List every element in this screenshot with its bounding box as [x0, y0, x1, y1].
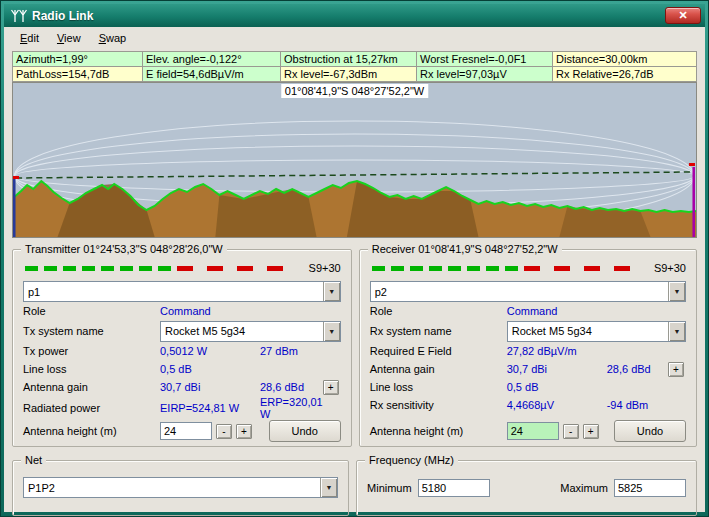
info-rx-level-uv: Rx level=97,03µV — [417, 67, 553, 82]
tx-radiated-power-label: Radiated power — [23, 402, 160, 414]
menu-edit[interactable]: Edit — [12, 30, 47, 46]
rx-undo-button[interactable]: Undo — [614, 420, 686, 442]
tx-power-label: Tx power — [23, 345, 160, 357]
radio-link-icon — [10, 8, 28, 23]
tx-role-value[interactable]: Command — [160, 305, 260, 317]
tx-system-combobox[interactable]: Rocket M5 5g34 ▼ — [160, 321, 341, 342]
net-group-title: Net — [21, 454, 46, 466]
menu-swap[interactable]: Swap — [91, 30, 135, 46]
tx-height-decrement-button[interactable]: - — [216, 424, 232, 439]
rx-smeter-label: S9+30 — [654, 262, 686, 274]
rx-sensitivity-dbm: -94 dBm — [607, 399, 668, 411]
tx-smeter-label: S9+30 — [309, 262, 341, 274]
rx-height-decrement-button[interactable]: - — [563, 424, 579, 439]
rx-system-combobox[interactable]: Rocket M5 5g34 ▼ — [507, 321, 686, 342]
menu-bar: Edit View Swap — [4, 27, 705, 49]
rx-system-row: Rx system name Rocket M5 5g34 ▼ — [370, 320, 686, 342]
menu-view[interactable]: View — [49, 30, 89, 46]
transmitter-group-title: Transmitter 01°24'53,3"S 048°28'26,0"W — [21, 243, 227, 255]
tx-antenna-height-input[interactable] — [160, 422, 212, 440]
frequency-maximum-input[interactable] — [614, 479, 686, 497]
tx-unit-value: p1 — [24, 286, 323, 298]
tx-eirp-value: EIRP=524,81 W — [160, 402, 260, 414]
tx-power-watts: 0,5012 W — [160, 345, 260, 357]
tx-antenna-height-row: Antenna height (m) - + Undo — [23, 419, 341, 443]
tx-undo-button[interactable]: Undo — [269, 420, 341, 442]
tx-system-value: Rocket M5 5g34 — [161, 325, 323, 337]
rx-signal-meter — [372, 266, 640, 272]
rx-antenna-gain-label: Antenna gain — [370, 363, 507, 375]
rx-signal-meter-row: S9+30 — [370, 262, 686, 276]
tx-antenna-gain-row: Antenna gain 30,7 dBi 28,6 dBd + — [23, 378, 341, 396]
rx-system-label: Rx system name — [370, 325, 507, 337]
close-icon: ✕ — [678, 9, 687, 22]
chevron-down-icon[interactable]: ▼ — [668, 282, 685, 301]
tx-power-dbm: 27 dBm — [260, 345, 323, 357]
obstruction-coordinates-label: 01°08'41,9"S 048°27'52,2"W — [281, 84, 428, 98]
rx-role-value[interactable]: Command — [507, 305, 607, 317]
receiver-group-title: Receiver 01°08'41,9"S 048°27'52,2"W — [368, 243, 562, 255]
rx-unit-combobox[interactable]: p2 ▼ — [370, 281, 686, 302]
info-efield: E field=54,6dBµV/m — [143, 67, 281, 82]
frequency-minimum-label: Minimum — [367, 482, 412, 494]
tx-system-label: Tx system name — [23, 325, 160, 337]
rx-line-loss-value: 0,5 dB — [507, 381, 607, 393]
rx-required-efield-row: Required E Field 27,82 dBµV/m — [370, 342, 686, 360]
info-obstruction: Obstruction at 15,27km — [281, 52, 417, 67]
rx-antenna-detail-button[interactable]: + — [668, 362, 684, 377]
tx-line-loss-value: 0,5 dB — [160, 363, 260, 375]
tx-unit-combobox[interactable]: p1 ▼ — [23, 281, 341, 302]
tx-meter-red-segment — [177, 266, 293, 271]
tx-line-loss-row: Line loss 0,5 dB — [23, 360, 341, 378]
tx-antenna-gain-dbd: 28,6 dBd — [260, 381, 323, 393]
net-combobox[interactable]: P1P2 ▼ — [23, 477, 338, 498]
chevron-down-icon[interactable]: ▼ — [323, 282, 340, 301]
info-elev-angle: Elev. angle=-0,122° — [143, 52, 281, 67]
tx-antenna-detail-button[interactable]: + — [323, 380, 339, 395]
tx-line-loss-label: Line loss — [23, 363, 160, 375]
frequency-maximum-label: Maximum — [560, 482, 608, 494]
tx-meter-green-segment — [25, 266, 175, 271]
rx-meter-green-segment — [372, 266, 522, 271]
terrain-profile-graphic — [13, 83, 696, 237]
close-button[interactable]: ✕ — [665, 7, 701, 24]
tx-role-row: Role Command — [23, 302, 341, 320]
rx-sensitivity-row: Rx sensitivity 4,4668µV -94 dBm — [370, 396, 686, 414]
tx-radiated-power-row: Radiated power EIRP=524,81 W ERP=320,01 … — [23, 396, 341, 414]
receiver-group: Receiver 01°08'41,9"S 048°27'52,2"W S9+3… — [359, 249, 697, 447]
terrain-profile-chart: 01°08'41,9"S 048°27'52,2"W — [12, 82, 697, 238]
net-group: Net P1P2 ▼ — [12, 460, 349, 516]
radio-link-window: Radio Link ✕ Edit View Swap Azimuth=1,99… — [0, 0, 709, 517]
rx-required-efield-label: Required E Field — [370, 345, 507, 357]
rx-antenna-gain-dbi: 30,7 dBi — [507, 363, 607, 375]
rx-role-row: Role Command — [370, 302, 686, 320]
rx-role-label: Role — [370, 305, 507, 317]
tx-power-row: Tx power 0,5012 W 27 dBm — [23, 342, 341, 360]
rx-unit-value: p2 — [371, 286, 668, 298]
tx-system-row: Tx system name Rocket M5 5g34 ▼ — [23, 320, 341, 342]
rx-height-increment-button[interactable]: + — [583, 424, 599, 439]
title-bar[interactable]: Radio Link ✕ — [4, 4, 705, 27]
frequency-group: Frequency (MHz) Minimum Maximum — [356, 460, 697, 516]
tx-signal-meter — [25, 266, 293, 272]
info-rx-relative: Rx Relative=26,7dB — [553, 67, 696, 82]
link-info-grid: Azimuth=1,99° Elev. angle=-0,122° Obstru… — [12, 51, 697, 82]
tx-antenna-gain-dbi: 30,7 dBi — [160, 381, 260, 393]
transmitter-group: Transmitter 01°24'53,3"S 048°28'26,0"W S… — [12, 249, 352, 447]
chevron-down-icon[interactable]: ▼ — [320, 478, 337, 497]
rx-sensitivity-uv: 4,4668µV — [507, 399, 607, 411]
tx-role-label: Role — [23, 305, 160, 317]
tx-height-increment-button[interactable]: + — [236, 424, 252, 439]
info-distance: Distance=30,00km — [553, 52, 696, 67]
chevron-down-icon[interactable]: ▼ — [323, 322, 340, 341]
frequency-minimum-input[interactable] — [418, 479, 490, 497]
rx-antenna-height-row: Antenna height (m) - + Undo — [370, 419, 686, 443]
rx-antenna-height-label: Antenna height (m) — [370, 425, 503, 437]
frequency-group-title: Frequency (MHz) — [365, 454, 458, 466]
rx-antenna-gain-dbd: 28,6 dBd — [607, 363, 668, 375]
rx-antenna-height-input[interactable] — [507, 422, 559, 440]
rx-system-value: Rocket M5 5g34 — [508, 325, 668, 337]
chevron-down-icon[interactable]: ▼ — [668, 322, 685, 341]
rx-required-efield-value: 27,82 dBµV/m — [507, 345, 607, 357]
rx-meter-red-segment — [524, 266, 640, 271]
